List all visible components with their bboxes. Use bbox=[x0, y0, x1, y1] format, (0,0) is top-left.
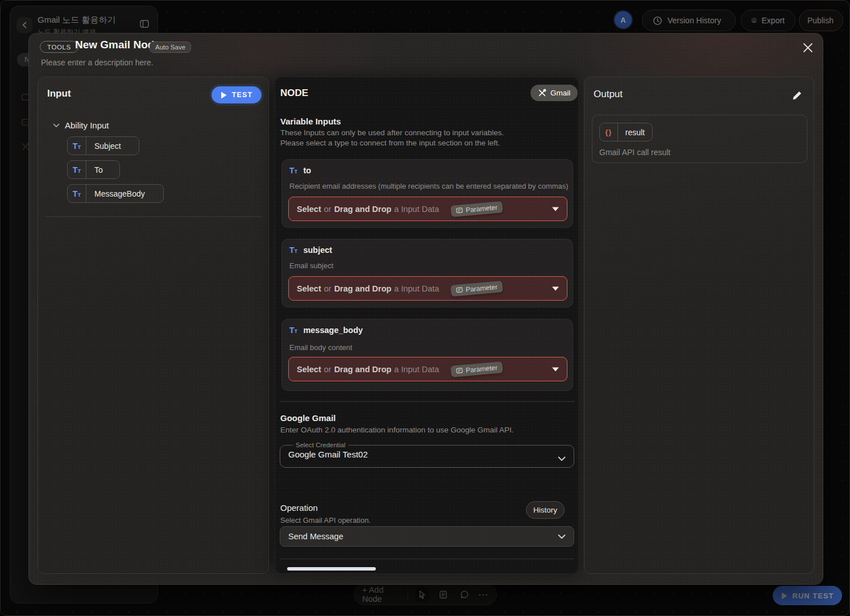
section-divider bbox=[280, 559, 574, 559]
chevron-down-icon bbox=[552, 207, 559, 211]
chip-label: MessageBody bbox=[86, 185, 153, 202]
input-chip-messagebody[interactable]: TT MessageBody bbox=[67, 184, 164, 203]
edit-output-button[interactable] bbox=[792, 90, 802, 101]
text-type-icon: TT bbox=[289, 246, 297, 254]
play-icon bbox=[221, 91, 227, 99]
text-type-icon: TT bbox=[68, 161, 86, 178]
input-data-select-message-body[interactable]: Select or Drag and Drop a Input Data Par… bbox=[288, 357, 567, 381]
google-gmail-title: Google Gmail bbox=[280, 413, 336, 423]
input-data-select-to[interactable]: Select or Drag and Drop a Input Data Par… bbox=[288, 197, 567, 221]
input-chip-to[interactable]: TT To bbox=[67, 160, 120, 179]
credential-select-label: Select Credential bbox=[293, 442, 349, 448]
output-result-card: {} result Gmail API call result bbox=[592, 115, 807, 163]
field-name: message_body bbox=[303, 326, 363, 335]
parameter-icon bbox=[456, 207, 463, 214]
app-window: Gmail 노드 활용하기 노드 활용하기 예제 Ne A Version Hi… bbox=[0, 0, 850, 616]
close-button[interactable] bbox=[802, 41, 814, 54]
input-panel: Input TEST Ability Input TT Subject TT T… bbox=[38, 77, 269, 574]
object-type-icon: {} bbox=[600, 123, 618, 141]
output-panel-title: Output bbox=[594, 89, 623, 100]
field-name: to bbox=[303, 166, 311, 175]
variable-inputs-line1: These Inputs can only be used after conn… bbox=[280, 128, 504, 137]
result-chip[interactable]: {} result bbox=[599, 123, 653, 141]
field-card-to: TT to Recipient email addresses (multipl… bbox=[281, 159, 573, 228]
field-name-row: TT message_body bbox=[289, 326, 363, 335]
operation-title: Operation bbox=[280, 503, 318, 513]
parameter-icon bbox=[456, 286, 463, 294]
ability-input-toggle[interactable]: Ability Input bbox=[53, 120, 109, 130]
chevron-down-icon bbox=[558, 456, 566, 461]
text-type-icon: TT bbox=[289, 326, 297, 334]
operation-desc: Select Gmail API operation. bbox=[280, 516, 371, 525]
result-chip-label: result bbox=[618, 123, 652, 141]
variable-inputs-title: Variable Inputs bbox=[280, 116, 341, 126]
chevron-down-icon bbox=[558, 534, 566, 539]
variable-inputs-line2: Please select a type to connect from the… bbox=[280, 139, 500, 147]
operation-select[interactable]: Send Message bbox=[280, 526, 574, 547]
new-gmail-node-modal: TOOLS New Gmail Node Auto Save Please en… bbox=[28, 33, 823, 585]
parameter-tag: Parameter bbox=[451, 281, 503, 297]
text-type-icon: TT bbox=[289, 167, 297, 174]
input-divider bbox=[46, 217, 263, 217]
text-type-icon: TT bbox=[68, 137, 86, 155]
operation-select-value: Send Message bbox=[288, 532, 343, 541]
input-data-select-subject[interactable]: Select or Drag and Drop a Input Data Par… bbox=[288, 276, 567, 301]
field-desc: Email body content bbox=[289, 343, 353, 352]
field-name-row: TT to bbox=[289, 166, 311, 175]
scrolled-button-edge bbox=[287, 567, 376, 571]
field-name: subject bbox=[303, 245, 332, 255]
chip-label: To bbox=[86, 161, 111, 178]
chevron-down-icon bbox=[552, 367, 559, 371]
parameter-tag: Parameter bbox=[451, 361, 503, 377]
field-desc: Recipient email addresses (multiple reci… bbox=[289, 182, 569, 190]
section-divider bbox=[280, 401, 574, 402]
modal-description[interactable]: Please enter a description here. bbox=[41, 58, 154, 67]
output-panel: Output {} result Gmail API call result bbox=[584, 77, 814, 574]
test-button-label: TEST bbox=[232, 91, 253, 99]
google-gmail-desc: Enter OAuth 2.0 authentication informati… bbox=[280, 426, 513, 434]
ability-input-label: Ability Input bbox=[65, 120, 109, 130]
modal-title: New Gmail Node bbox=[75, 39, 160, 51]
parameter-tag: Parameter bbox=[451, 201, 503, 217]
close-icon bbox=[803, 43, 813, 53]
text-type-icon: TT bbox=[68, 185, 86, 202]
input-panel-title: Input bbox=[47, 88, 71, 99]
pencil-icon bbox=[792, 90, 802, 101]
history-button[interactable]: History bbox=[526, 501, 565, 519]
gmail-badge-label: Gmail bbox=[550, 89, 570, 97]
field-name-row: TT subject bbox=[289, 245, 332, 255]
tools-badge: TOOLS bbox=[40, 41, 78, 53]
node-panel: NODE Gmail Variable Inputs These Inputs … bbox=[275, 77, 579, 574]
gmail-node-badge: Gmail bbox=[530, 85, 578, 101]
tools-icon bbox=[538, 89, 546, 97]
input-chip-subject[interactable]: TT Subject bbox=[67, 136, 139, 155]
credential-select[interactable]: Select Credential Google Gmail Test02 bbox=[280, 442, 574, 468]
autosave-badge: Auto Save bbox=[150, 41, 191, 53]
test-button[interactable]: TEST bbox=[212, 86, 262, 103]
field-card-subject: TT subject Email subject Select or Drag … bbox=[281, 239, 573, 307]
chevron-down-icon bbox=[552, 286, 559, 290]
result-desc: Gmail API call result bbox=[599, 148, 670, 157]
chevron-down-icon bbox=[53, 123, 60, 128]
parameter-icon bbox=[456, 367, 463, 374]
node-panel-title: NODE bbox=[280, 88, 308, 99]
chip-label: Subject bbox=[86, 137, 129, 155]
credential-select-value: Google Gmail Test02 bbox=[288, 449, 566, 459]
field-card-message-body: TT message_body Email body content Selec… bbox=[281, 319, 573, 391]
field-desc: Email subject bbox=[289, 261, 333, 270]
